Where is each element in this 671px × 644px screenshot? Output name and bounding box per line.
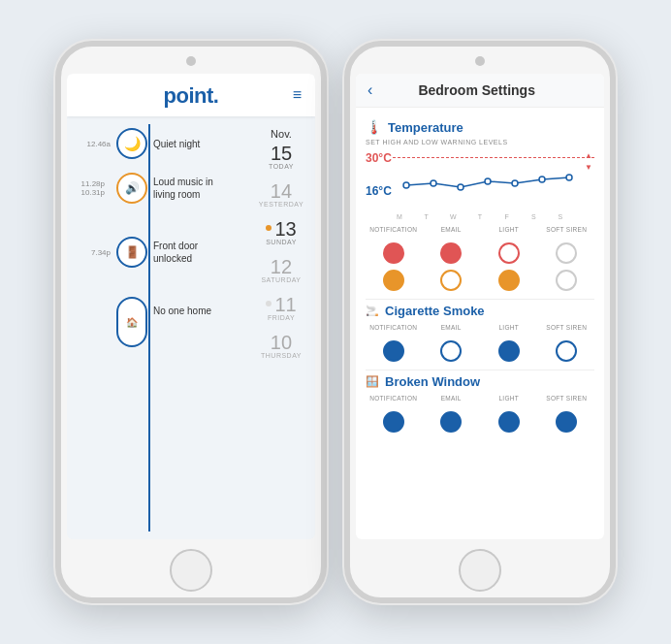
- date-num-12: 12: [271, 257, 292, 276]
- win-header-notif: NOTIFICATION: [366, 393, 422, 403]
- app-title: point.: [164, 83, 219, 109]
- date-num-10: 10: [271, 333, 292, 352]
- date-11: 11 FRIDAY: [266, 295, 296, 321]
- right-phone: ‹ Bedroom Settings 🌡️ Temperature SET HI…: [344, 41, 616, 603]
- app-title-text: point: [164, 83, 213, 108]
- svg-point-0: [403, 182, 409, 188]
- menu-icon[interactable]: ≡: [293, 86, 302, 104]
- home-button-right[interactable]: [459, 549, 501, 592]
- day-labels: M T W T F S S: [366, 213, 594, 220]
- window-headers: NOTIFICATION EMAIL LIGHT SOFT SIREN: [366, 393, 594, 403]
- win-notif-circle[interactable]: [383, 411, 404, 433]
- date-day-thursday: THURSDAY: [261, 352, 302, 359]
- temp2-email-circle[interactable]: [440, 270, 462, 291]
- icon-no-one-home: 🏠: [116, 297, 147, 347]
- left-header: point. ≡: [67, 74, 315, 116]
- header-email: EMAIL: [424, 224, 480, 235]
- day-s2: S: [554, 213, 567, 220]
- win-light-circle[interactable]: [498, 411, 520, 433]
- time-front-door: 7.34p: [77, 248, 111, 257]
- temperature-chart: 30°C 16°C ▲ ▼: [366, 149, 594, 208]
- chart-svg: [393, 166, 594, 200]
- spacer-2: [77, 281, 238, 297]
- date-month: Nov.: [271, 128, 292, 140]
- dot-13: [266, 225, 272, 231]
- date-10: 10 THURSDAY: [261, 333, 302, 359]
- cig-siren-circle[interactable]: [556, 340, 577, 362]
- chart-area: ▲ ▼: [393, 149, 594, 208]
- temp2-light-circle[interactable]: [498, 270, 520, 291]
- day-m: M: [393, 213, 406, 220]
- label-front-door: Front door unlocked: [153, 240, 221, 265]
- temp2-siren-circle[interactable]: [556, 270, 577, 291]
- label-loud-music: Loud music in living room: [153, 176, 221, 201]
- thermometer-icon: 🌡️: [366, 119, 382, 135]
- temp-email-circle[interactable]: [440, 242, 462, 264]
- date-num-15: 15: [271, 144, 292, 163]
- win-email-circle[interactable]: [440, 411, 462, 433]
- cigarette-title: Cigarette Smoke: [385, 304, 485, 318]
- temp2-notif-circle[interactable]: [383, 270, 404, 291]
- date-day-sunday: SUNDAY: [266, 239, 297, 245]
- temp-siren-circle[interactable]: [556, 242, 577, 264]
- date-13: 13 SUNDAY: [266, 219, 297, 245]
- cig-light-circle[interactable]: [498, 340, 520, 362]
- date-num-11: 11: [274, 295, 296, 314]
- svg-point-6: [566, 175, 572, 180]
- temp-low-value: 16°C: [366, 184, 392, 198]
- win-header-light: LIGHT: [481, 393, 537, 403]
- arrow-up-icon[interactable]: ▲: [585, 151, 592, 160]
- date-day-friday: FRIDAY: [268, 314, 295, 321]
- high-temp-line: [393, 157, 594, 158]
- date-day-yesterday: YESTERDAY: [259, 201, 304, 208]
- day-f: F: [500, 213, 514, 220]
- temperature-title: Temperature: [388, 120, 463, 135]
- win-header-email: EMAIL: [424, 393, 480, 403]
- page-title: Bedroom Settings: [380, 82, 573, 98]
- cig-email-circle[interactable]: [440, 340, 462, 362]
- icon-front-door: 🚪: [116, 237, 147, 268]
- icon-quiet-night: 🌙: [116, 128, 147, 159]
- home-button-left[interactable]: [170, 549, 212, 592]
- right-screen: ‹ Bedroom Settings 🌡️ Temperature SET HI…: [356, 74, 604, 539]
- svg-point-1: [431, 180, 436, 186]
- divider-1: [366, 299, 594, 300]
- house-icon: 🏠: [126, 317, 138, 328]
- temp-notif-circle[interactable]: [383, 242, 404, 264]
- left-phone: point. ≡ 12.46a 🌙 Quiet night: [55, 41, 327, 603]
- dot-11: [266, 301, 272, 306]
- cig-header-siren: SOFT SIREN: [539, 322, 595, 333]
- date-15: 15 TODAY: [269, 144, 294, 170]
- cigarette-row: [366, 338, 594, 364]
- cigarette-section-header: 🚬 Cigarette Smoke: [366, 304, 594, 318]
- day-t2: T: [473, 213, 487, 220]
- phones-container: point. ≡ 12.46a 🌙 Quiet night: [55, 41, 616, 603]
- label-no-one-home: No one home: [153, 305, 211, 317]
- cig-header-email: EMAIL: [424, 322, 480, 333]
- time-loud-music-1: 11.28p: [81, 179, 105, 188]
- svg-point-2: [458, 184, 463, 190]
- cig-notif-circle[interactable]: [383, 340, 404, 362]
- cigarette-headers: NOTIFICATION EMAIL LIGHT SOFT SIREN: [366, 322, 594, 333]
- timeline-item-loud-music: 11.28p 10.31p 🔊 Loud music in living roo…: [77, 173, 238, 204]
- window-title: Broken Window: [385, 374, 480, 389]
- window-row: [366, 409, 594, 435]
- temp-light-circle[interactable]: [498, 242, 520, 264]
- label-quiet-night: Quiet night: [153, 138, 200, 150]
- time-quiet-night: 12.46a: [77, 140, 111, 148]
- temperature-section-header: 🌡️ Temperature: [366, 119, 594, 135]
- date-12: 12 SATURDAY: [261, 257, 301, 283]
- date-day-saturday: SATURDAY: [261, 276, 301, 283]
- timeline-item-no-one-home: 🏠 No one home: [77, 297, 238, 347]
- date-num-14: 14: [271, 181, 292, 201]
- back-button[interactable]: ‹: [367, 81, 372, 99]
- window-icon: 🪟: [366, 375, 379, 388]
- cigarette-icon: 🚬: [366, 305, 379, 317]
- time-loud-music-2: 10.31p: [81, 188, 105, 197]
- temp-high-value: 30°C: [366, 151, 392, 165]
- win-header-siren: SOFT SIREN: [539, 393, 595, 403]
- right-header: ‹ Bedroom Settings: [356, 74, 604, 108]
- date-11-row: 11: [266, 295, 296, 314]
- header-notification: NOTIFICATION: [366, 224, 422, 235]
- win-siren-circle[interactable]: [556, 411, 577, 433]
